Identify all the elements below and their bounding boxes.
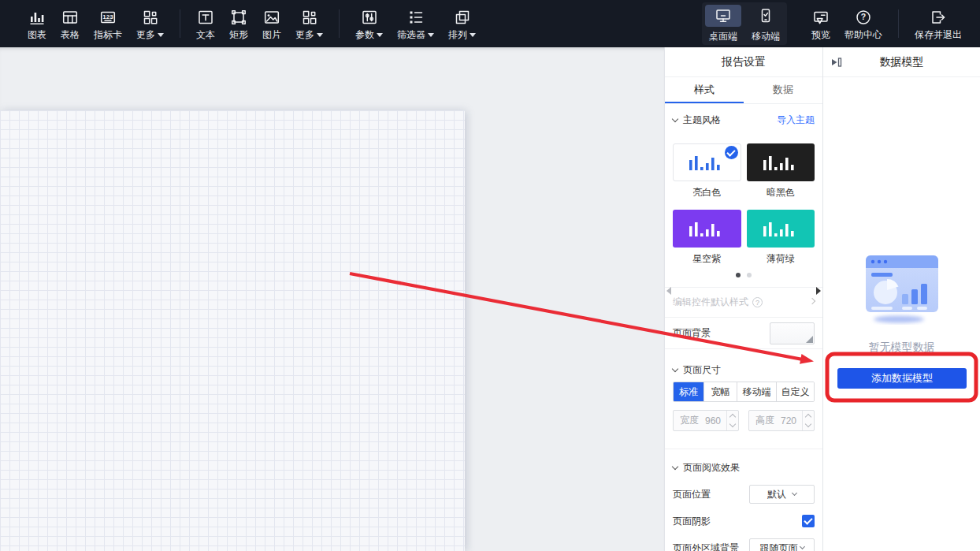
theme-card-starry-purple[interactable] bbox=[673, 210, 741, 248]
toolbar-item-table[interactable]: 表格 bbox=[54, 9, 87, 39]
edit-widget-default-style-row[interactable]: 编辑控件默认样式 ? bbox=[665, 288, 822, 318]
report-canvas-grid[interactable] bbox=[0, 110, 465, 551]
carousel-dot[interactable] bbox=[747, 273, 752, 277]
height-stepper[interactable] bbox=[802, 411, 814, 430]
theme-name: 薄荷绿 bbox=[747, 252, 815, 266]
page-background-row: 页面背景 bbox=[665, 318, 822, 349]
page-position-row: 页面位置 默认 bbox=[673, 485, 815, 504]
carousel-next-icon[interactable] bbox=[816, 287, 821, 295]
chevron-down-icon bbox=[672, 115, 678, 121]
section-divider bbox=[665, 449, 822, 449]
add-data-model-button[interactable]: 添加数据模型 bbox=[837, 368, 967, 389]
svg-text:?: ? bbox=[861, 12, 866, 21]
desktop-icon bbox=[705, 5, 741, 27]
help-circle-icon: ? bbox=[752, 297, 763, 307]
theme-card-mint-green[interactable] bbox=[747, 210, 815, 248]
page-shadow-label: 页面阴影 bbox=[673, 515, 711, 528]
toolbar-item-filter[interactable]: 筛选器 bbox=[390, 9, 441, 39]
bar-chart-icon bbox=[28, 9, 46, 26]
height-value: 720 bbox=[781, 415, 802, 426]
segment-wide[interactable]: 宽幅 bbox=[703, 382, 737, 401]
selected-check-icon bbox=[725, 146, 738, 159]
page-width-input[interactable]: 宽度 960 bbox=[673, 410, 739, 431]
page-size-section-header[interactable]: 页面尺寸 bbox=[673, 362, 815, 378]
carousel-dot[interactable] bbox=[736, 273, 741, 277]
toolbar-item-indicator-card[interactable]: 123 指标卡 bbox=[87, 9, 129, 39]
width-value: 960 bbox=[705, 415, 726, 426]
stepper-up-icon[interactable] bbox=[727, 411, 738, 421]
toolbar-item-image[interactable]: 图片 bbox=[255, 9, 288, 39]
dropdown-caret-icon bbox=[428, 33, 434, 37]
empty-model-text: 暂无模型数据 bbox=[823, 341, 980, 355]
toolbar-item-parameter[interactable]: 参数 bbox=[348, 9, 390, 39]
preview-icon bbox=[812, 9, 830, 26]
dropdown-caret-icon bbox=[317, 33, 323, 37]
stepper-down-icon[interactable] bbox=[727, 421, 738, 431]
stepper-up-icon[interactable] bbox=[803, 411, 814, 421]
carousel-prev-icon[interactable] bbox=[666, 287, 671, 295]
theme-carousel: 亮白色 暗黑色 bbox=[673, 143, 815, 277]
toolbar-item-more-shapes[interactable]: 更多 bbox=[288, 9, 330, 39]
workspace bbox=[0, 47, 664, 551]
toolbar-item-label: 参数 bbox=[355, 30, 374, 39]
theme-name: 星空紫 bbox=[673, 252, 741, 266]
page-background-color-swatch[interactable] bbox=[770, 322, 815, 344]
edit-widget-default-style-label: 编辑控件默认样式 bbox=[673, 296, 748, 309]
width-label: 宽度 bbox=[680, 414, 699, 427]
device-toggle-desktop[interactable]: 桌面端 bbox=[702, 2, 744, 45]
theme-section-header[interactable]: 主题风格 导入主题 bbox=[673, 112, 815, 128]
segment-mobile[interactable]: 移动端 bbox=[737, 382, 776, 401]
image-icon bbox=[263, 9, 280, 26]
arrange-icon bbox=[454, 9, 471, 26]
report-settings-panel: 报告设置 样式 数据 主题风格 导入主题 bbox=[664, 47, 822, 551]
import-theme-link[interactable]: 导入主题 bbox=[777, 114, 815, 127]
stepper-down-icon[interactable] bbox=[803, 421, 814, 431]
collapse-panel-icon[interactable] bbox=[830, 56, 843, 69]
toolbar-right-cluster: 桌面端 移动端 bbox=[702, 2, 969, 45]
text-icon bbox=[197, 9, 214, 26]
segment-custom[interactable]: 自定义 bbox=[776, 382, 814, 401]
view-effect-section-header[interactable]: 页面阅览效果 bbox=[673, 460, 815, 475]
empty-model-illustration bbox=[863, 251, 941, 325]
toolbar-item-label: 图片 bbox=[262, 30, 281, 39]
page-size-title: 页面尺寸 bbox=[683, 363, 721, 377]
toolbar-item-label: 更多 bbox=[136, 30, 155, 39]
toolbar-item-chart[interactable]: 图表 bbox=[20, 9, 54, 39]
tab-style[interactable]: 样式 bbox=[665, 77, 744, 103]
toolbar-item-arrange[interactable]: 排列 bbox=[441, 9, 483, 39]
theme-thumb-bars bbox=[686, 153, 727, 172]
toolbar-item-label: 文本 bbox=[196, 30, 215, 39]
segment-standard[interactable]: 标准 bbox=[674, 382, 703, 401]
theme-thumb-bars bbox=[760, 219, 801, 238]
chevron-down-icon bbox=[799, 544, 804, 549]
chevron-down-icon bbox=[672, 365, 678, 371]
page-size-segment: 标准 宽幅 移动端 自定义 bbox=[673, 382, 815, 402]
app-root: 图表 表格 123 指标卡 更多 bbox=[0, 0, 980, 551]
page-shadow-checkbox[interactable] bbox=[802, 515, 815, 527]
parameter-icon bbox=[361, 9, 378, 26]
toolbar-item-label: 指标卡 bbox=[94, 30, 122, 39]
toolbar-item-text[interactable]: 文本 bbox=[189, 9, 222, 39]
outer-area-bg-row: 页面外区域背景 跟随页面 bbox=[673, 538, 815, 551]
chevron-down-icon bbox=[792, 490, 797, 496]
theme-card-bright-white[interactable] bbox=[673, 143, 741, 181]
carousel-dots bbox=[673, 273, 815, 277]
toolbar-item-more-widgets[interactable]: 更多 bbox=[129, 9, 171, 39]
tab-data[interactable]: 数据 bbox=[744, 77, 822, 103]
table-icon bbox=[61, 9, 79, 26]
page-shadow-row: 页面阴影 bbox=[673, 512, 815, 531]
theme-card-dark-black[interactable] bbox=[747, 143, 815, 181]
toolbar-item-rectangle[interactable]: 矩形 bbox=[222, 9, 255, 39]
data-model-title: 数据模型 bbox=[880, 55, 924, 69]
toolbar-item-save-exit[interactable]: 保存并退出 bbox=[908, 9, 969, 39]
theme-section-title: 主题风格 bbox=[683, 114, 721, 127]
top-toolbar: 图表 表格 123 指标卡 更多 bbox=[0, 0, 980, 47]
toolbar-item-preview[interactable]: 预览 bbox=[804, 9, 837, 39]
page-height-input[interactable]: 高度 720 bbox=[748, 410, 815, 431]
page-position-select[interactable]: 默认 bbox=[749, 485, 815, 504]
dropdown-caret-icon bbox=[158, 33, 164, 37]
toolbar-item-help-center[interactable]: ? 帮助中心 bbox=[837, 9, 889, 39]
device-toggle-mobile[interactable]: 移动端 bbox=[744, 2, 787, 45]
outer-area-bg-select[interactable]: 跟随页面 bbox=[749, 538, 815, 551]
width-stepper[interactable] bbox=[726, 411, 738, 430]
